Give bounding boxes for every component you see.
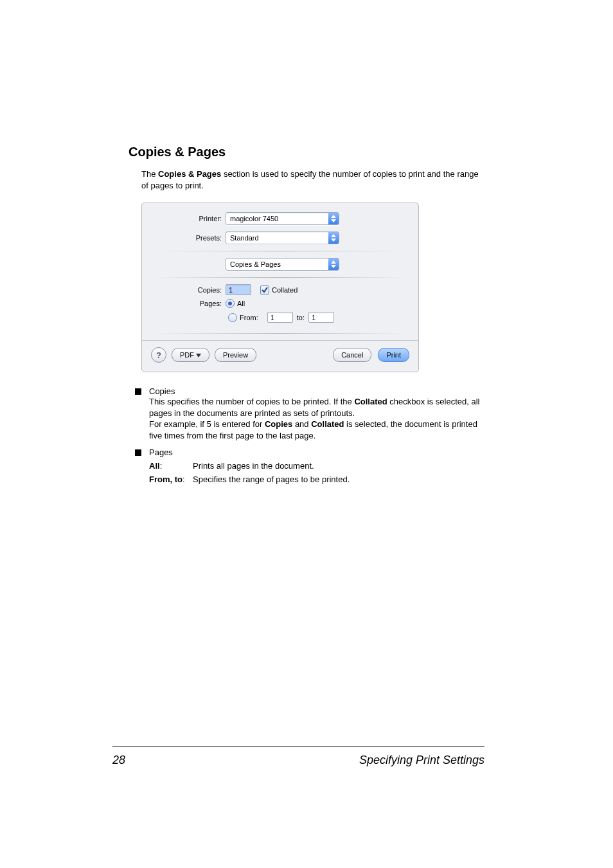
to-label: to: <box>297 314 305 321</box>
printer-select-value: magicolor 7450 <box>226 215 328 222</box>
help-button[interactable]: ? <box>151 347 166 363</box>
checkbox-checked-icon <box>260 285 269 294</box>
print-button[interactable]: Print <box>378 348 409 362</box>
pages-all-row: All: Prints all pages in the document. <box>149 461 484 471</box>
pages-item-heading: Pages <box>149 448 173 457</box>
print-button-label: Print <box>386 351 401 359</box>
presets-select-value: Standard <box>226 234 328 242</box>
updown-arrows-icon <box>328 213 339 224</box>
page-number: 28 <box>112 754 125 767</box>
radio-selected-icon <box>226 299 235 308</box>
footer-title: Specifying Print Settings <box>359 754 484 767</box>
pages-from-radio[interactable]: From: <box>228 313 258 322</box>
cancel-button-label: Cancel <box>341 351 363 359</box>
triangle-down-icon <box>196 351 201 359</box>
updown-arrows-icon <box>328 232 339 244</box>
intro-text-pre: The <box>141 169 158 179</box>
txt: For example, if 5 is entered for <box>149 419 265 429</box>
printer-select[interactable]: magicolor 7450 <box>226 212 339 225</box>
svg-marker-3 <box>331 239 336 242</box>
presets-select[interactable]: Standard <box>226 231 339 244</box>
print-dialog: Printer: magicolor 7450 Presets: Standar… <box>141 203 419 372</box>
cancel-button[interactable]: Cancel <box>333 348 371 362</box>
svg-marker-2 <box>331 234 336 237</box>
copies-label: Copies: <box>152 286 226 294</box>
txt: Copies <box>265 419 292 429</box>
pages-all-label: All <box>237 300 245 307</box>
from-input[interactable] <box>267 312 293 323</box>
fromto-desc: Specifies the range of pages to be print… <box>193 475 350 484</box>
svg-marker-5 <box>331 265 336 268</box>
txt: and <box>292 419 311 429</box>
copies-item-heading: Copies <box>149 386 175 396</box>
intro-paragraph: The Copies & Pages section is used to sp… <box>141 168 484 191</box>
collated-checkbox[interactable]: Collated <box>260 285 298 294</box>
txt: Collated <box>354 397 387 406</box>
footer-divider <box>112 746 484 746</box>
svg-marker-1 <box>331 219 336 222</box>
pages-all-radio[interactable]: All <box>226 299 245 308</box>
pdf-button[interactable]: PDF <box>172 348 209 362</box>
intro-text-bold: Copies & Pages <box>158 169 221 179</box>
collated-label: Collated <box>272 286 298 294</box>
all-desc: Prints all pages in the document. <box>193 461 314 471</box>
svg-marker-6 <box>196 354 201 357</box>
question-mark-icon: ? <box>156 350 161 360</box>
txt: This specifies the number of copies to b… <box>149 397 354 406</box>
panel-select-value: Copies & Pages <box>226 260 328 268</box>
section-heading: Copies & Pages <box>129 145 484 159</box>
presets-label: Presets: <box>152 234 226 242</box>
updown-arrows-icon <box>328 258 339 270</box>
copies-input[interactable] <box>226 284 251 295</box>
pages-label: Pages: <box>152 300 226 307</box>
panel-select[interactable]: Copies & Pages <box>226 258 339 271</box>
preview-button[interactable]: Preview <box>215 348 256 362</box>
copies-description-2: For example, if 5 is entered for Copies … <box>149 419 484 441</box>
fromto-key: From, to <box>149 475 182 484</box>
to-input[interactable] <box>308 312 334 323</box>
pdf-button-label: PDF <box>180 351 194 359</box>
copies-description-1: This specifies the number of copies to b… <box>149 396 484 419</box>
all-key: All <box>149 461 160 471</box>
pages-from-label: From: <box>240 314 258 321</box>
txt: Collated <box>311 419 344 429</box>
pages-fromto-row: From, to: Specifies the range of pages t… <box>149 475 484 484</box>
printer-label: Printer: <box>152 215 226 222</box>
radio-unselected-icon <box>228 313 237 322</box>
svg-marker-4 <box>331 260 336 264</box>
preview-button-label: Preview <box>223 351 248 359</box>
svg-marker-0 <box>331 215 336 218</box>
